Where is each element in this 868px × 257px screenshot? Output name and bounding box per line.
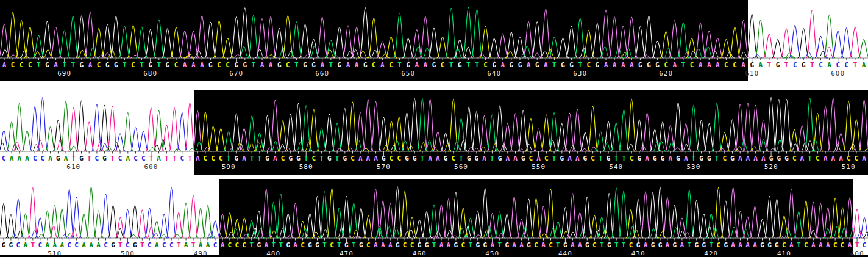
trace-row-1[interactable]: ACCCTGATTGACGGTCTGTGCAAAGCCGGTAAGCTGGATG… (0, 0, 868, 81)
base-call-letter[interactable]: C (213, 242, 218, 248)
base-call-letter[interactable]: A (753, 155, 758, 162)
base-call-letter[interactable]: A (862, 155, 866, 162)
base-call-letter[interactable]: C (330, 242, 334, 248)
base-call-letter[interactable]: G (521, 155, 525, 162)
base-call-letter[interactable]: C (410, 242, 414, 248)
base-call-letter[interactable]: A (264, 242, 268, 248)
base-call-letter[interactable]: G (636, 242, 641, 248)
base-call-letter[interactable]: A (571, 242, 575, 248)
base-call-letter[interactable]: G (265, 155, 269, 162)
base-call-letter[interactable]: A (64, 155, 68, 162)
base-call-letter[interactable]: C (372, 62, 376, 68)
base-call-letter[interactable]: C (312, 155, 316, 162)
base-call-letter[interactable]: C (863, 242, 867, 248)
base-call-letter[interactable]: G (769, 155, 774, 162)
base-call-letter[interactable]: T (173, 155, 177, 162)
base-call-letter[interactable]: T (797, 242, 801, 248)
base-call-letter[interactable]: G (702, 242, 706, 248)
base-call-letter[interactable]: A (505, 155, 510, 162)
base-call-letter[interactable]: A (25, 155, 29, 162)
base-call-letter[interactable]: A (741, 62, 745, 68)
base-call-letter[interactable]: T (110, 155, 115, 162)
base-call-letter[interactable]: G (2, 242, 6, 248)
base-call-letter[interactable]: C (724, 62, 728, 68)
base-call-letter[interactable]: T (71, 155, 76, 162)
base-call-letter[interactable]: A (716, 62, 720, 68)
base-call-letter[interactable]: T (227, 155, 231, 162)
base-call-letter[interactable]: A (527, 62, 531, 68)
base-call-letter[interactable]: T (149, 155, 154, 162)
base-call-letter[interactable]: C (816, 155, 820, 162)
base-call-letter[interactable]: G (707, 155, 711, 162)
base-call-letter[interactable]: C (226, 62, 230, 68)
base-call-letter[interactable]: C (544, 155, 549, 162)
base-call-letter[interactable]: G (767, 242, 772, 248)
base-call-letter[interactable]: C (819, 62, 823, 68)
base-call-letter[interactable]: A (789, 242, 794, 248)
base-call-letter[interactable]: G (327, 155, 332, 162)
base-call-letter[interactable]: T (556, 242, 560, 248)
base-call-letter[interactable]: G (234, 62, 238, 68)
base-call-letter[interactable]: T (123, 62, 127, 68)
base-call-letter[interactable]: G (492, 62, 496, 68)
base-call-letter[interactable]: G (148, 62, 152, 68)
base-call-letter[interactable]: A (447, 242, 451, 248)
base-call-letter[interactable]: T (497, 242, 502, 248)
base-call-letter[interactable]: A (126, 155, 130, 162)
base-call-letter[interactable]: C (95, 155, 99, 162)
base-call-letter[interactable]: G (651, 242, 655, 248)
base-call-letter[interactable]: G (475, 242, 480, 248)
base-call-letter[interactable]: T (853, 62, 858, 68)
base-call-letter[interactable]: C (41, 155, 45, 162)
base-call-letter[interactable]: A (184, 242, 188, 248)
base-call-letter[interactable]: G (699, 155, 703, 162)
base-call-letter[interactable]: A (731, 242, 735, 248)
base-call-letter[interactable]: T (157, 62, 161, 68)
base-call-letter[interactable]: G (676, 155, 680, 162)
base-call-letter[interactable]: A (200, 62, 204, 68)
base-call-letter[interactable]: A (45, 242, 49, 248)
base-call-letter[interactable]: A (424, 62, 428, 68)
base-call-letter[interactable]: T (271, 242, 276, 248)
base-call-letter[interactable]: G (750, 62, 754, 68)
base-call-letter[interactable]: T (188, 155, 192, 162)
base-call-letter[interactable]: G (467, 155, 471, 162)
base-call-letter[interactable]: C (733, 62, 737, 68)
base-call-letter[interactable]: G (775, 242, 779, 248)
base-call-letter[interactable]: A (490, 242, 494, 248)
base-call-letter[interactable]: A (88, 62, 93, 68)
base-call-letter[interactable]: C (33, 155, 37, 162)
base-call-letter[interactable]: T (466, 62, 471, 68)
base-call-letter[interactable]: A (374, 155, 378, 162)
base-call-letter[interactable]: G (527, 242, 531, 248)
base-call-letter[interactable]: T (767, 62, 772, 68)
base-call-letter[interactable]: A (10, 155, 14, 162)
base-call-letter[interactable]: G (561, 62, 565, 68)
base-call-letter[interactable]: T (329, 62, 333, 68)
base-call-letter[interactable]: A (428, 155, 432, 162)
base-call-letter[interactable]: C (38, 242, 42, 248)
base-call-letter[interactable]: T (449, 62, 454, 68)
base-call-letter[interactable]: C (722, 155, 727, 162)
base-call-letter[interactable]: T (552, 62, 557, 68)
base-call-letter[interactable]: G (510, 62, 514, 68)
base-call-letter[interactable]: G (607, 155, 611, 162)
base-call-letter[interactable]: C (104, 242, 108, 248)
base-call-letter[interactable]: C (118, 155, 123, 162)
base-call-letter[interactable]: T (784, 62, 789, 68)
base-call-letter[interactable]: A (482, 155, 486, 162)
base-call-letter[interactable]: A (414, 62, 419, 68)
base-call-letter[interactable]: G (724, 242, 728, 248)
base-call-letter[interactable]: A (260, 62, 265, 68)
base-call-letter[interactable]: G (133, 242, 137, 248)
base-call-letter[interactable]: C (630, 155, 634, 162)
base-call-letter[interactable]: A (293, 242, 297, 248)
base-call-letter[interactable]: G (308, 242, 312, 248)
base-call-letter[interactable]: G (413, 155, 417, 162)
base-call-letter[interactable]: T (62, 62, 66, 68)
base-call-letter[interactable]: A (738, 155, 742, 162)
base-call-letter[interactable]: T (810, 62, 814, 68)
trace-row-2[interactable]: CAAACCAGATGTCGTCACCTATTCTACCCTGATTGACGGT… (0, 90, 868, 175)
base-call-letter[interactable]: G (730, 155, 735, 162)
base-call-letter[interactable]: C (844, 62, 848, 68)
